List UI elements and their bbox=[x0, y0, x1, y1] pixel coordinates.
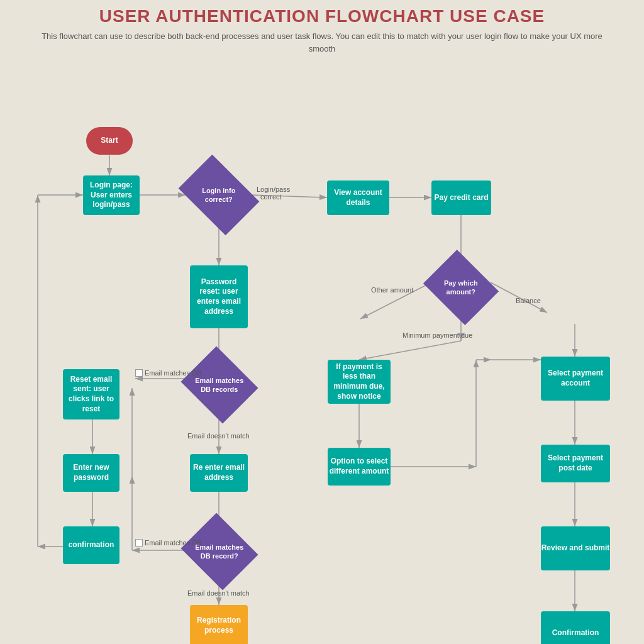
password-reset-node: Password reset: user enters email addres… bbox=[190, 265, 248, 328]
reset-email-node: Reset email sent: user clicks link to re… bbox=[63, 369, 119, 419]
svg-line-11 bbox=[359, 341, 461, 360]
checkbox-icon2 bbox=[135, 539, 143, 547]
svg-text:Email doesn't match: Email doesn't match bbox=[187, 432, 250, 440]
email-matches-db1-node: Email matches DB records bbox=[190, 360, 249, 410]
page-subtitle: This flowchart can use to describe both … bbox=[38, 30, 606, 55]
page-title: USER AUTHENTICATION FLOWCHART USE CASE bbox=[38, 6, 606, 26]
svg-line-3 bbox=[252, 195, 327, 197]
start-node: Start bbox=[86, 127, 133, 155]
svg-text:Balance: Balance bbox=[516, 297, 541, 304]
review-submit-node: Review and submit bbox=[541, 526, 610, 570]
svg-line-8 bbox=[360, 282, 431, 319]
registration-node: Registration process bbox=[190, 605, 248, 644]
confirmation-left-node: confirmation bbox=[63, 526, 119, 564]
svg-text:Login/pass: Login/pass bbox=[257, 186, 291, 193]
enter-new-password-node: Enter new password bbox=[63, 454, 119, 492]
svg-line-13 bbox=[491, 282, 547, 313]
svg-text:Other amount: Other amount bbox=[371, 286, 413, 294]
option-select-node: Option to select different amount bbox=[328, 448, 391, 486]
svg-text:Minimum payment due: Minimum payment due bbox=[402, 331, 472, 339]
confirmation-right-node: Confirmation bbox=[541, 611, 610, 644]
svg-text:correct: correct bbox=[260, 193, 282, 201]
select-payment-post-node: Select payment post date bbox=[541, 445, 610, 482]
email-matches-label1: Email matches DB bbox=[135, 369, 201, 377]
select-payment-account-node: Select payment account bbox=[541, 357, 610, 401]
payment-less-node: If payment is less than minimum due, sho… bbox=[328, 360, 391, 404]
pay-credit-card-node: Pay credit card bbox=[431, 180, 491, 215]
re-enter-email-node: Re enter email address bbox=[190, 454, 248, 492]
checkbox-icon1 bbox=[135, 369, 143, 377]
email-matches-label2: Email matches DB bbox=[135, 539, 201, 547]
svg-text:Email doesn't match: Email doesn't match bbox=[187, 589, 250, 597]
login-page-node: Login page: User enters login/pass bbox=[83, 175, 140, 215]
view-account-node: View account details bbox=[327, 180, 389, 215]
flowchart: Login/pass correct Other amount Minimum … bbox=[0, 67, 644, 644]
email-matches-db2-node: Email matches DB record? bbox=[190, 526, 249, 577]
pay-which-amount-node: Pay which amount? bbox=[431, 264, 491, 311]
page-header: USER AUTHENTICATION FLOWCHART USE CASE T… bbox=[0, 0, 644, 67]
login-correct-node: Login info correct? bbox=[186, 171, 252, 219]
